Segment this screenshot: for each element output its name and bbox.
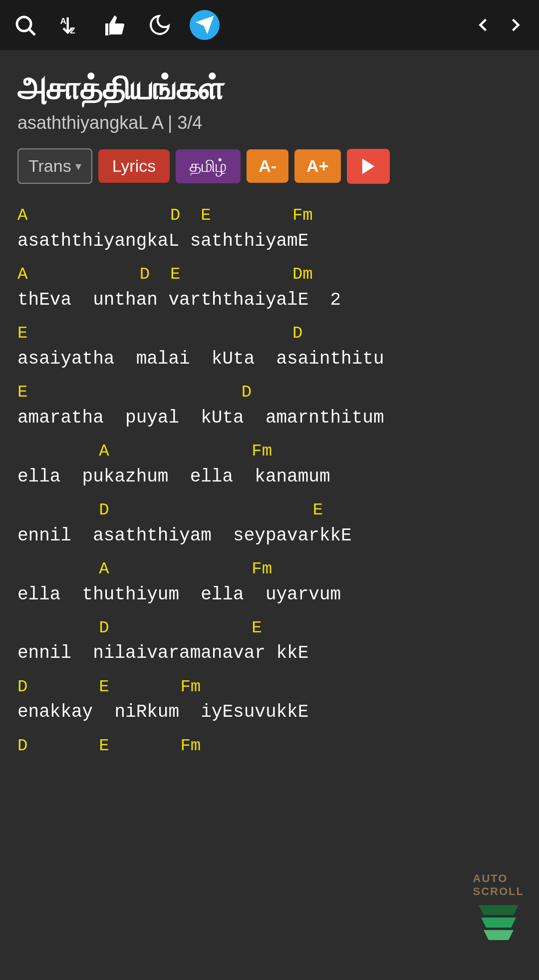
- autoscroll-label: AUTOSCROLL: [473, 872, 524, 898]
- chord-line-5: A Fm: [17, 440, 522, 464]
- chevron-down-icon: ▾: [75, 159, 81, 173]
- chord-line-8: D E: [17, 616, 522, 640]
- prev-button[interactable]: [469, 11, 497, 39]
- search-icon[interactable]: [10, 10, 40, 40]
- chord-line-4: E D: [17, 381, 522, 405]
- youtube-button[interactable]: [347, 149, 390, 184]
- chord-line-6: D E: [17, 498, 522, 522]
- lyric-line-7: ella thuthiyum ella uyarvum: [17, 582, 522, 607]
- font-decrease-button[interactable]: A-: [247, 149, 288, 183]
- trans-dropdown[interactable]: Trans ▾: [17, 148, 92, 184]
- lyrics-container: A D E Fm asaththiyangkaL saththiyamE A D…: [17, 204, 522, 758]
- lyric-line-6: ennil asaththiyam seypavarkkE: [17, 523, 522, 548]
- font-increase-button[interactable]: A+: [294, 149, 340, 183]
- like-icon[interactable]: [100, 10, 130, 40]
- tamil-button[interactable]: தமிழ்: [176, 149, 241, 183]
- sort-az-icon[interactable]: A Z: [55, 10, 85, 40]
- chord-line-2: A D E Dm: [17, 263, 522, 287]
- toolbar-left: A Z: [10, 10, 454, 40]
- lyric-line-8: ennil nilaivaramanavar kkE: [17, 641, 522, 666]
- svg-marker-8: [484, 930, 514, 940]
- next-button[interactable]: [502, 11, 529, 39]
- lyric-line-5: ella pukazhum ella kanamum: [17, 465, 522, 490]
- toolbar: A Z: [0, 0, 539, 50]
- autoscroll-button[interactable]: AUTOSCROLL: [473, 872, 524, 940]
- lyrics-button[interactable]: Lyrics: [98, 149, 170, 183]
- svg-text:A: A: [60, 16, 67, 26]
- controls-row: Trans ▾ Lyrics தமிழ் A- A+: [17, 148, 522, 184]
- main-content: அசாத்தியங்கள் asaththiyangkaL A | 3/4 Tr…: [0, 50, 539, 787]
- chord-line-1: A D E Fm: [17, 204, 522, 228]
- telegram-icon[interactable]: [190, 10, 220, 40]
- lyric-line-1: asaththiyangkaL saththiyamE: [17, 229, 522, 254]
- svg-marker-5: [362, 158, 374, 174]
- chord-line-7: A Fm: [17, 557, 522, 581]
- song-subtitle: asaththiyangkaL A | 3/4: [17, 112, 522, 133]
- lyric-line-3: asaiyatha malai kUta asainthitu: [17, 347, 522, 372]
- song-title-tamil: அசாத்தியங்கள்: [17, 70, 522, 107]
- autoscroll-stack-icon: [474, 900, 524, 940]
- lyric-line-2: thEva unthan varththaiyalE 2: [17, 288, 522, 313]
- chord-line-3: E D: [17, 322, 522, 346]
- dark-mode-icon[interactable]: [145, 10, 175, 40]
- svg-marker-7: [481, 918, 516, 928]
- svg-marker-6: [479, 905, 519, 915]
- toolbar-right: [469, 11, 529, 39]
- svg-point-0: [17, 17, 31, 31]
- lyric-line-4: amaratha puyal kUta amarnthitum: [17, 406, 522, 431]
- chord-line-9: D E Fm: [17, 675, 522, 699]
- svg-line-1: [29, 29, 35, 35]
- lyric-line-9: enakkay niRkum iyEsuvukkE: [17, 700, 522, 725]
- trans-label: Trans: [28, 156, 71, 176]
- chord-line-10: D E Fm: [17, 734, 522, 758]
